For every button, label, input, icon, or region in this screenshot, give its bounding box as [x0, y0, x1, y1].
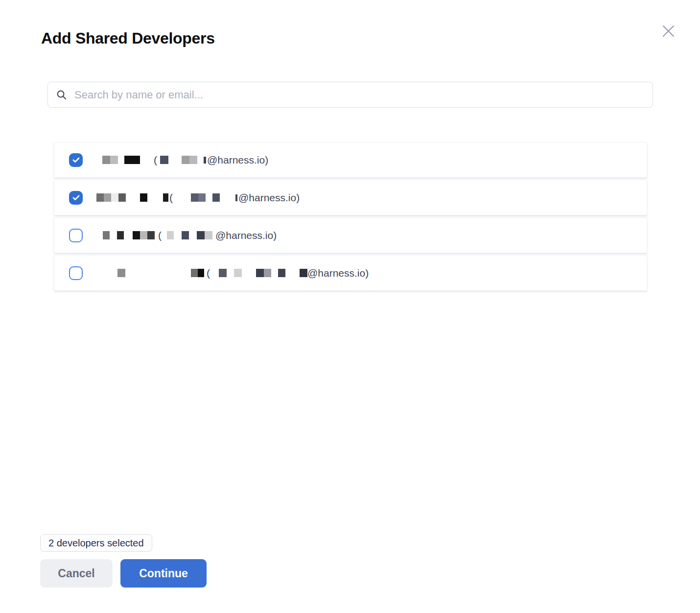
redacted-text-block [256, 269, 271, 277]
redacted-pixel-segment [191, 193, 198, 202]
redacted-pixel-segment [124, 156, 140, 164]
redacted-pixel-segment [167, 231, 174, 239]
redacted-pixel-segment [160, 156, 168, 164]
redacted-text-block [234, 269, 242, 277]
page-title: Add Shared Developers [41, 29, 215, 47]
redacted-text-block [103, 231, 110, 239]
search-input[interactable] [74, 82, 653, 107]
spacer [118, 160, 124, 160]
redacted-pixel-segment [147, 231, 155, 239]
developer-email-text: ( [169, 192, 173, 204]
spacer [83, 197, 96, 198]
redacted-text-block [133, 231, 155, 239]
developer-email-text: ( [158, 230, 162, 241]
spacer [174, 235, 182, 236]
developer-row[interactable]: (@harness.io) [54, 217, 647, 253]
redacted-text-block [124, 156, 140, 164]
redacted-text-block [219, 269, 227, 277]
spacer [110, 235, 117, 236]
redacted-text-block [117, 269, 125, 277]
spacer [147, 197, 163, 198]
developer-row[interactable]: (@harness.io) [54, 255, 647, 291]
developer-checkbox-checked[interactable] [69, 191, 83, 205]
developer-email-text: @harness.io) [215, 230, 277, 241]
redacted-text-block [96, 193, 126, 202]
developer-email-text: @harness.io) [207, 154, 268, 166]
spacer [285, 273, 300, 273]
selection-count-badge: 2 developers selected [40, 534, 152, 552]
redacted-text-block [163, 193, 168, 202]
spacer [242, 273, 256, 273]
redacted-pixel-segment [118, 193, 126, 202]
redacted-pixel-segment [264, 269, 272, 277]
redacted-pixel-segment [133, 231, 140, 239]
redacted-pixel-segment [191, 269, 198, 277]
spacer [227, 273, 234, 273]
redacted-pixel-segment [117, 269, 125, 277]
spacer [125, 273, 191, 273]
developer-label: (@harness.io) [83, 256, 369, 290]
developer-row[interactable]: (@harness.io) [54, 142, 647, 178]
search-icon [56, 89, 68, 101]
close-button[interactable] [659, 22, 677, 40]
redacted-pixel-segment [117, 231, 124, 239]
redacted-pixel-segment [212, 193, 220, 202]
redacted-pixel-segment [300, 269, 307, 277]
developer-list: (@harness.io)(@harness.io)(@harness.io)(… [54, 142, 647, 291]
developer-email-text: ( [207, 267, 210, 279]
developer-email-text: @harness.io) [238, 192, 300, 204]
redacted-pixel-segment [189, 156, 197, 164]
redacted-pixel-segment [182, 231, 189, 239]
spacer [206, 197, 212, 198]
redacted-pixel-segment [234, 269, 242, 277]
redacted-pixel-segment [111, 193, 118, 202]
developer-label: (@harness.io) [83, 142, 268, 177]
redacted-text-block [300, 269, 307, 277]
redacted-pixel-segment [197, 231, 205, 239]
redacted-pixel-segment [110, 156, 118, 164]
cancel-button[interactable]: Cancel [40, 559, 113, 588]
developer-checkbox[interactable] [69, 266, 83, 280]
redacted-text-block [191, 269, 204, 277]
redacted-text-block [212, 193, 220, 202]
redacted-text-block [160, 156, 168, 164]
spacer [173, 197, 191, 198]
redacted-text-block [278, 269, 285, 277]
spacer [162, 235, 167, 236]
redacted-text-block [167, 231, 174, 239]
redacted-pixel-segment [182, 156, 189, 164]
redacted-text-block [191, 193, 206, 202]
redacted-pixel-segment [140, 193, 147, 202]
redacted-text-block [102, 156, 118, 164]
redacted-pixel-segment [96, 193, 104, 202]
close-icon [662, 24, 675, 38]
spacer [83, 273, 117, 273]
redacted-text-block [140, 193, 147, 202]
developer-checkbox[interactable] [69, 229, 83, 242]
developer-checkbox-checked[interactable] [69, 153, 83, 167]
spacer [83, 235, 103, 236]
redacted-pixel-segment [140, 231, 147, 239]
developer-label: (@harness.io) [83, 180, 300, 215]
continue-button[interactable]: Continue [120, 559, 207, 588]
developer-email-text: @harness.io) [307, 267, 369, 279]
redacted-text-block [182, 156, 197, 164]
spacer [189, 235, 197, 236]
redacted-pixel-segment [278, 269, 285, 277]
redacted-pixel-segment [104, 193, 111, 202]
checkmark-icon [71, 155, 81, 165]
spacer [124, 235, 133, 236]
spacer [168, 160, 182, 160]
spacer [220, 197, 235, 198]
add-shared-developers-modal: Add Shared Developers (@harness.io)(@har… [0, 0, 700, 613]
redacted-pixel-segment [103, 231, 110, 239]
redacted-text-block [197, 231, 212, 239]
redacted-pixel-segment [256, 269, 264, 277]
spacer [140, 160, 154, 160]
redacted-text-block [117, 231, 124, 239]
developer-label: (@harness.io) [83, 218, 277, 253]
redacted-pixel-segment [198, 193, 206, 202]
spacer [210, 273, 219, 273]
redacted-text-block [182, 231, 189, 239]
developer-row[interactable]: (@harness.io) [54, 180, 647, 215]
